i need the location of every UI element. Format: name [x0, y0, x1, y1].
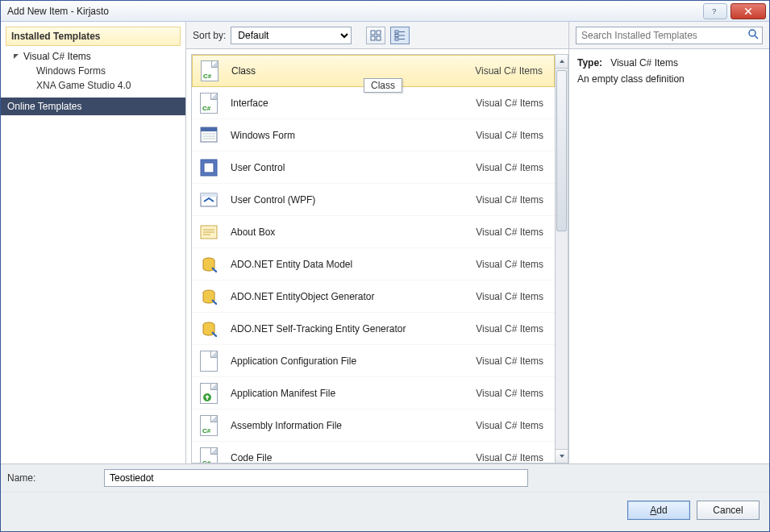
csharp-file-icon: C#	[200, 415, 218, 436]
svg-rect-17	[204, 163, 214, 172]
manifest-file-icon	[200, 383, 218, 404]
svg-rect-3	[371, 36, 375, 40]
template-category: Visual C# Items	[476, 259, 548, 270]
template-label: ADO.NET Entity Data Model	[231, 259, 476, 270]
details-panel: Type: Visual C# Items An empty class def…	[569, 22, 769, 463]
details-type-value: Visual C# Items	[610, 57, 678, 69]
database-icon	[201, 256, 217, 272]
online-templates-header[interactable]: Online Templates	[1, 98, 185, 115]
hover-tooltip: Class	[364, 78, 402, 93]
template-category: Visual C# Items	[476, 194, 548, 206]
svg-line-29	[755, 35, 758, 39]
svg-point-28	[749, 30, 755, 36]
template-row[interactable]: ADO.NET Entity Data ModelVisual C# Items	[192, 248, 555, 281]
name-label: Name:	[7, 472, 104, 484]
template-label: About Box	[231, 227, 476, 238]
sort-by-label: Sort by:	[193, 30, 226, 41]
tree-node-windows-forms[interactable]: Windows Forms	[1, 64, 185, 78]
csharp-file-icon: C#	[200, 447, 218, 464]
scroll-track[interactable]	[556, 69, 568, 449]
template-row[interactable]: Application Configuration FileVisual C# …	[192, 345, 555, 377]
template-category: Visual C# Items	[476, 291, 548, 302]
svg-rect-12	[201, 127, 217, 131]
database-icon	[201, 321, 217, 337]
template-category: Visual C# Items	[476, 355, 548, 367]
tree-node-visual-csharp-items[interactable]: Visual C# Items	[1, 49, 185, 64]
template-row[interactable]: C#Code FileVisual C# Items	[192, 442, 555, 463]
template-label: Assembly Information File	[231, 420, 476, 431]
search-input[interactable]	[580, 29, 747, 42]
wpf-control-icon	[199, 190, 219, 210]
details-body: Type: Visual C# Items An empty class def…	[569, 49, 769, 93]
template-row[interactable]: C#Assembly Information FileVisual C# Ite…	[192, 409, 555, 442]
svg-rect-4	[377, 36, 381, 40]
template-category: Visual C# Items	[476, 98, 548, 109]
svg-rect-7	[395, 34, 398, 36]
template-list[interactable]: C#ClassVisual C# ItemsC#InterfaceVisual …	[191, 54, 555, 463]
template-label: Interface	[231, 98, 476, 109]
view-details-button[interactable]	[390, 27, 410, 44]
installed-templates-header[interactable]: Installed Templates	[6, 27, 181, 46]
window-title: Add New Item - Kirjasto	[7, 6, 700, 17]
add-button[interactable]: Add	[627, 501, 690, 520]
search-box[interactable]	[576, 27, 763, 44]
template-tree: Visual C# Items Windows Forms XNA Game S…	[1, 48, 185, 98]
content-area: Installed Templates Visual C# Items Wind…	[1, 22, 769, 463]
template-label: Class	[231, 65, 475, 77]
template-label: User Control (WPF)	[231, 194, 476, 206]
list-toolbar: Sort by: Default	[186, 22, 568, 49]
center-panel: Sort by: Default C#ClassVisual C# ItemsC…	[186, 22, 569, 463]
name-input[interactable]	[104, 469, 528, 487]
svg-rect-2	[377, 31, 381, 35]
template-row[interactable]: Windows FormVisual C# Items	[192, 119, 555, 152]
tree-node-xna-game-studio[interactable]: XNA Game Studio 4.0	[1, 78, 185, 93]
csharp-file-icon: C#	[201, 60, 219, 81]
template-category: Visual C# Items	[476, 227, 548, 238]
window-buttons: ?	[700, 3, 766, 19]
template-label: Windows Form	[231, 130, 476, 141]
name-row: Name:	[1, 463, 769, 492]
sidebar: Installed Templates Visual C# Items Wind…	[1, 22, 186, 463]
template-row[interactable]: About BoxVisual C# Items	[192, 216, 555, 248]
scroll-up-button[interactable]	[556, 55, 568, 69]
tree-node-label: Visual C# Items	[23, 51, 91, 62]
template-row[interactable]: ADO.NET EntityObject GeneratorVisual C# …	[192, 281, 555, 313]
svg-text:?: ?	[712, 7, 716, 15]
scroll-thumb[interactable]	[556, 70, 567, 231]
template-label: ADO.NET EntityObject Generator	[231, 291, 476, 302]
about-box-icon	[199, 222, 219, 242]
template-label: Code File	[231, 452, 476, 463]
template-row[interactable]: User ControlVisual C# Items	[192, 152, 555, 184]
dialog-footer: Add Cancel	[1, 492, 769, 531]
template-category: Visual C# Items	[475, 65, 547, 77]
template-category: Visual C# Items	[476, 420, 548, 431]
scroll-down-button[interactable]	[556, 449, 568, 463]
tree-expand-icon[interactable]	[12, 52, 20, 60]
template-category: Visual C# Items	[476, 452, 548, 463]
sort-by-select[interactable]: Default	[231, 27, 352, 44]
user-control-icon	[199, 158, 219, 177]
template-list-wrapper: C#ClassVisual C# ItemsC#InterfaceVisual …	[186, 49, 568, 463]
windows-form-icon	[199, 126, 219, 145]
template-label: Application Manifest File	[231, 388, 476, 399]
file-icon	[200, 351, 218, 372]
svg-rect-9	[395, 38, 398, 40]
vertical-scrollbar[interactable]	[555, 54, 568, 463]
database-icon	[201, 289, 217, 305]
template-row[interactable]: Application Manifest FileVisual C# Items	[192, 377, 555, 409]
view-small-icons-button[interactable]	[366, 27, 385, 44]
cancel-button[interactable]: Cancel	[697, 501, 760, 520]
details-type-label: Type:	[577, 57, 602, 69]
template-category: Visual C# Items	[476, 130, 548, 141]
close-button[interactable]	[730, 3, 766, 19]
details-description: An empty class definition	[577, 73, 761, 85]
svg-rect-1	[371, 31, 375, 35]
template-row[interactable]: ADO.NET Self-Tracking Entity GeneratorVi…	[192, 313, 555, 345]
svg-rect-5	[395, 31, 398, 33]
template-row[interactable]: User Control (WPF)Visual C# Items	[192, 184, 555, 216]
search-icon[interactable]	[747, 28, 759, 42]
template-category: Visual C# Items	[476, 388, 548, 399]
search-row	[569, 22, 769, 49]
help-button[interactable]: ?	[703, 3, 727, 19]
title-bar: Add New Item - Kirjasto ?	[1, 1, 769, 22]
